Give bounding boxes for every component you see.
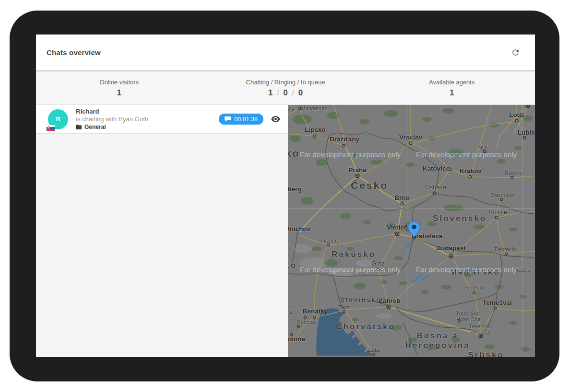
refresh-button[interactable] [509,46,522,59]
eye-icon [271,116,280,122]
visitor-name: Richard [76,108,219,115]
department: General [76,124,219,130]
stat-value: 1 [117,88,121,98]
stat-chatting-ringing-queue: Chatting / Ringing / In queue 1 / 0 / 0 [202,71,369,104]
stat-label: Chatting / Ringing / In queue [246,79,325,86]
refresh-icon [511,48,520,57]
view-chat-button[interactable] [271,116,280,122]
folder-icon [76,125,82,129]
stat-online-visitors: Online visitors 1 [36,71,202,104]
content: R Richard is chatting with Ryan Goth [36,105,535,357]
chat-duration: 00:01:38 [234,116,258,123]
stats-bar: Online visitors 1 Chatting / Ringing / I… [36,71,535,105]
visitors-map[interactable]: eigMagdeburgLodžLipskoDrážďanyVroclavLub… [288,105,535,357]
stat-number: 0 [298,88,303,98]
stat-number: 1 [117,88,121,98]
stat-separator: / [288,89,298,97]
chat-duration-badge[interactable]: 00:01:38 [219,114,263,125]
slovakia-flag-icon [47,124,55,130]
visitor-location-pin[interactable] [408,221,420,239]
page-title: Chats overview [47,48,101,57]
stat-number: 0 [283,88,287,98]
header: Chats overview [36,35,535,71]
stat-available-agents: Available agents 1 [368,71,535,104]
chat-bubble-icon [225,116,231,122]
stat-label: Available agents [429,79,475,86]
avatar-wrap: R [48,109,68,129]
chats-overview-window: Chats overview Online visitors 1 Chattin… [36,35,535,357]
department-label: General [84,124,106,130]
chat-status-text: is chatting with Ryan Goth [76,115,219,123]
chat-list: R Richard is chatting with Ryan Goth [36,105,288,357]
stat-value: 1 / 0 / 0 [268,88,303,98]
chat-info: Richard is chatting with Ryan Goth Gener… [76,108,219,130]
stat-label: Online visitors [100,79,139,86]
stat-separator: / [273,89,283,97]
stat-number: 1 [268,88,273,98]
stat-number: 1 [450,88,454,98]
stat-value: 1 [450,88,454,98]
chat-row[interactable]: R Richard is chatting with Ryan Goth [36,105,288,134]
